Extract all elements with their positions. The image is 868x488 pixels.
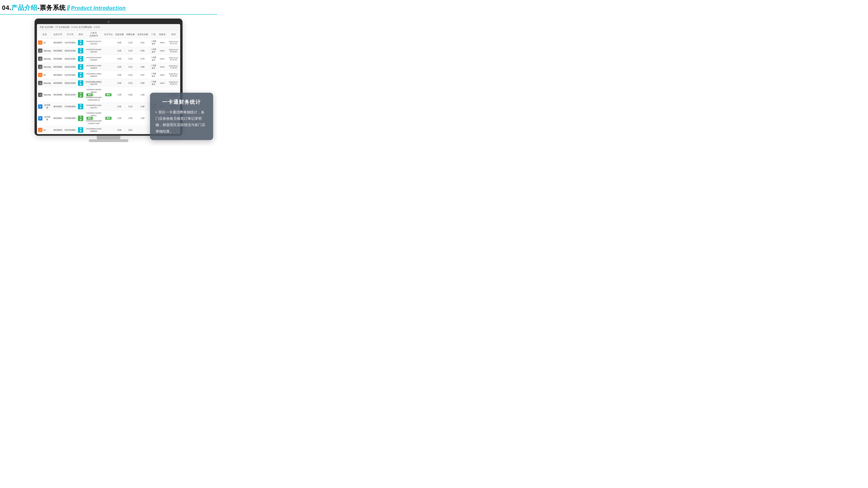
cell-num-2: 0.80 bbox=[136, 63, 149, 71]
cell-badge: 消费 bbox=[77, 126, 85, 134]
cell-num-1: 0.10 bbox=[125, 79, 136, 87]
cell-member: OOpening bbox=[37, 55, 52, 63]
cell-order: HY20180911170553438876 bbox=[85, 63, 103, 71]
cell-num-2: 0.51 bbox=[136, 39, 149, 47]
col-time: 时间 bbox=[167, 30, 180, 39]
cell-info-1: www1 bbox=[158, 47, 167, 55]
cell-1: 0626132384 bbox=[64, 47, 77, 55]
cell-num-0: 0.00 bbox=[114, 39, 125, 47]
cell-info-2: 2018-10-13 16:17:23 bbox=[167, 39, 180, 47]
cell-platform: 微信 bbox=[103, 111, 114, 126]
cell-info-2: 2018-09-11 17:05:53 bbox=[167, 63, 180, 71]
cell-num-2: 0.67 bbox=[136, 71, 149, 79]
cell-num-2: 1.00 bbox=[136, 87, 149, 103]
col-member: 会员 bbox=[37, 30, 52, 39]
cell-order: HY20181013154706218290 bbox=[85, 55, 103, 63]
cell-1: 0734653056 bbox=[64, 103, 77, 111]
cell-num-1: 0.10 bbox=[125, 63, 136, 71]
cell-platform bbox=[103, 55, 114, 63]
camera-dot bbox=[107, 21, 110, 23]
cell-0: MC0000C bbox=[52, 103, 64, 111]
cell-num-1: 0.01 bbox=[125, 126, 136, 134]
col-cashier: 收银员 bbox=[158, 30, 167, 39]
cell-0: MC0000E bbox=[52, 63, 64, 71]
table-row: OOpeningMC0000E0626132384消费HY20180911165… bbox=[37, 79, 180, 87]
cell-badge: 消费 bbox=[77, 79, 85, 87]
col-card: 会员卡号 bbox=[52, 30, 64, 39]
cell-info-2: 2018-09-11 16:56:35 bbox=[167, 71, 180, 79]
cell-num-2 bbox=[136, 126, 149, 134]
cell-order: HY20181013161654462782 bbox=[85, 47, 103, 55]
cell-num-0: 0.00 bbox=[114, 103, 125, 111]
cell-platform bbox=[103, 47, 114, 55]
table-row: OOpeningMC0000E0626132384消费HY20181013154… bbox=[37, 55, 180, 63]
cell-num-1: 0.10 bbox=[125, 39, 136, 47]
cell-order: C20180821193408645872微信42000001652018082… bbox=[85, 111, 103, 126]
cell-info-1: www1 bbox=[158, 79, 167, 87]
info-card-title: 一卡通财务统计 bbox=[156, 99, 208, 105]
cell-num-0: 0.00 bbox=[114, 79, 125, 87]
table-row: OOpeningMC0000E0626132384消费HY20181013161… bbox=[37, 47, 180, 55]
cell-num-1: 0.10 bbox=[125, 103, 136, 111]
cell-member: OOpening bbox=[37, 63, 52, 71]
col-recharge: 充值金额 bbox=[114, 30, 125, 39]
cell-badge: 消费 bbox=[77, 39, 85, 47]
cell-num-2: 0.60 bbox=[136, 47, 149, 55]
monitor-top bbox=[37, 21, 180, 23]
col-order: 订单号交易单号 bbox=[85, 30, 103, 39]
page-header: 04.产品介绍-票务系统 Product Introduction bbox=[0, 0, 217, 14]
cell-member: OOpening bbox=[37, 79, 52, 87]
cell-num-1: 0.10 bbox=[125, 47, 136, 55]
cell-badge: 消费 bbox=[77, 71, 85, 79]
cell-1: 0734653056 bbox=[64, 111, 77, 126]
cell-platform: 微信 bbox=[103, 87, 114, 103]
cell-0: MC0000E bbox=[52, 87, 64, 103]
cell-num-0: 0.00 bbox=[114, 126, 125, 134]
cell-info-1: www1 bbox=[158, 71, 167, 79]
info-card-body: 景区一卡通消费单独统计，各门店各收银员每笔订单记录明确，根据景区实际情况与各门店… bbox=[156, 109, 208, 135]
cell-info-2: 2018-10-13 15:47:06 bbox=[167, 55, 180, 63]
cell-num-0: 1.00 bbox=[114, 111, 125, 126]
cell-1: 0626132384 bbox=[64, 79, 77, 87]
cell-num-1: 0.10 bbox=[125, 71, 136, 79]
cell-1: 0626132384 bbox=[64, 63, 77, 71]
cell-member: OOpening bbox=[37, 47, 52, 55]
cell-platform bbox=[103, 103, 114, 111]
cell-platform bbox=[103, 71, 114, 79]
cell-0: MC00003 bbox=[52, 39, 64, 47]
page-title-cn: 04.产品介绍-票务系统 bbox=[2, 4, 66, 12]
cell-1: 0626132384 bbox=[64, 87, 77, 103]
cell-info-2: 2018-10-13 16:16:54 bbox=[167, 47, 180, 55]
cell-0: MC0000C bbox=[52, 111, 64, 126]
cell-badge: 消费 bbox=[77, 63, 85, 71]
cell-order: HY20180821101602088006 bbox=[85, 126, 103, 134]
cell-num-0: 0.00 bbox=[114, 55, 125, 63]
monitor-base bbox=[89, 139, 128, 142]
cell-platform bbox=[103, 126, 114, 134]
cell-1: 0626132384 bbox=[64, 55, 77, 63]
cell-badge: 充值 bbox=[77, 87, 85, 103]
cell-num-0: 0.00 bbox=[114, 71, 125, 79]
cell-info-0: 二宜楼超市 bbox=[149, 47, 158, 55]
cell-1: 0137524081 bbox=[64, 126, 77, 134]
cell-1: 0137524081 bbox=[64, 71, 77, 79]
cell-info-1: www1 bbox=[158, 39, 167, 47]
cell-num-2: 1.00 bbox=[136, 111, 149, 126]
cell-info-0: 二宜楼超市 bbox=[149, 39, 158, 47]
cell-num-1: 0.10 bbox=[125, 55, 136, 63]
cell-num-0: 0.00 bbox=[114, 47, 125, 55]
screen-summary: 列表 总记录数：27 总充值金额：5.41元 支付消费金额：1.61元 bbox=[37, 24, 180, 30]
deco-lines bbox=[67, 5, 69, 11]
table-row: AAJMC000030137524081消费HY2018091116563568… bbox=[37, 71, 180, 79]
cell-platform bbox=[103, 63, 114, 71]
table-row: OOpeningMC0000E0626132384消费HY20180911170… bbox=[37, 63, 180, 71]
cell-member: OOpening bbox=[37, 87, 52, 103]
cell-member: AAJ bbox=[37, 39, 52, 47]
cell-info-0: 二宜楼超市 bbox=[149, 71, 158, 79]
cell-order: HY20180911165635688443 bbox=[85, 71, 103, 79]
page-title-en: Product Introduction bbox=[71, 5, 126, 11]
cell-order: C20180911165355986428微信42000001632018091… bbox=[85, 87, 103, 103]
cell-num-1: 0.00 bbox=[125, 111, 136, 126]
info-card-text: 景区一卡通消费单独统计，各门店各收银员每笔订单记录明确，根据景区实际情况与各门店… bbox=[156, 109, 208, 135]
cell-0: MC00003 bbox=[52, 126, 64, 134]
